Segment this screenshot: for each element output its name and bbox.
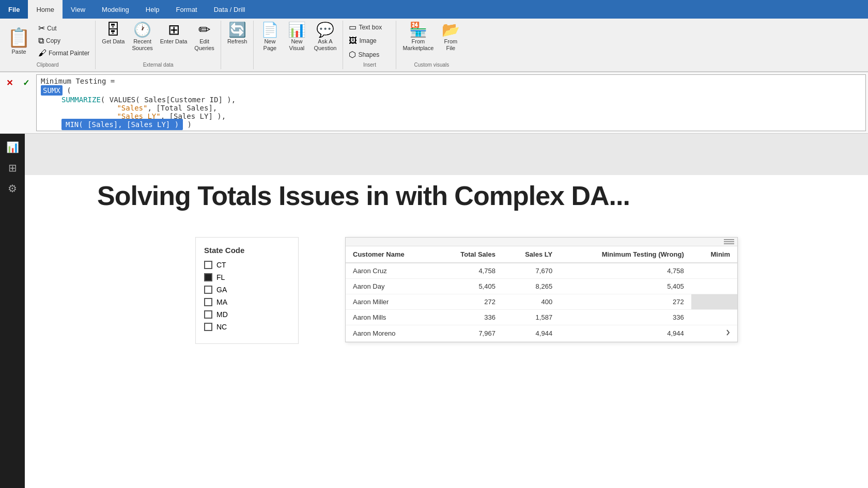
cell-min-wrong: 4,758 [560,263,691,279]
data-table-wrapper: Customer Name Total Sales Sales LY Minim… [345,237,738,342]
shapes-button[interactable]: ⬡ Shapes [346,48,393,61]
cell-total-sales: 336 [436,310,503,325]
ribbon: File Home View Modeling Help Format Data… [0,0,868,72]
text-box-icon: ▭ [349,22,357,32]
table-handle-icon [724,239,734,244]
filter-item-md[interactable]: MD [204,310,290,319]
sidebar-icon-data[interactable]: ⊞ [3,159,22,177]
checkbox-fl[interactable] [204,273,212,281]
cell-name: Aaron Day [346,279,436,294]
from-marketplace-icon: 🏪 [409,23,427,37]
ask-question-button[interactable]: 💬 Ask AQuestion [311,21,339,54]
cell-min-wrong: 5,405 [560,279,691,294]
filter-label-ma: MA [216,298,227,306]
tab-data-drill[interactable]: Data / Drill [206,0,254,19]
insert-row-1: ▭ Text box [346,21,393,34]
table-row: Aaron Moreno 7,967 4,944 4,944 [346,325,737,342]
checkbox-nc[interactable] [204,323,212,331]
refresh-button[interactable]: 🔄 Refresh [224,21,251,47]
min-formula-wrapper: MIN( [Sales], [Sales LY] ) [61,120,188,129]
edit-queries-button[interactable]: ✏ EditQueries [191,21,218,54]
cell-name: Aaron Miller [346,294,436,310]
formula-bar: ✕ ✓ Minimum Testing = SUMX ( SUMMARIZE( … [0,72,868,134]
copy-button[interactable]: ⧉ Copy [36,35,92,47]
image-icon: 🖼 [349,36,357,45]
format-painter-button[interactable]: 🖌 Format Painter [36,47,92,59]
ribbon-group-custom-visuals: 🏪 FromMarketplace 📂 FromFile Custom visu… [396,21,467,69]
filter-item-ct[interactable]: CT [204,261,290,269]
filter-item-fl[interactable]: FL [204,273,290,281]
tab-home[interactable]: Home [28,0,63,19]
cell-name: Aaron Cruz [346,263,436,279]
shapes-icon: ⬡ [349,50,356,59]
formula-content[interactable]: Minimum Testing = SUMX ( SUMMARIZE( VALU… [36,74,866,131]
refresh-items: 🔄 Refresh [224,21,251,61]
tab-format[interactable]: Format [168,0,206,19]
checkbox-ma[interactable] [204,298,212,306]
data-table: Customer Name Total Sales Sales LY Minim… [346,246,737,342]
col-min: Minim [691,246,737,263]
paste-button[interactable]: 📋 Paste [3,21,35,60]
sidebar-icon-relationships[interactable]: ⚙ [3,179,22,198]
filter-item-ga[interactable]: GA [204,286,290,294]
cell-min [691,325,737,342]
ribbon-group-external-data: 🗄 Get Data 🕐 RecentSources ⊞ Enter Data … [96,21,221,69]
small-btns: ✂ Cut ⧉ Copy 🖌 Format Painter [36,21,92,60]
cancel-button[interactable]: ✕ [2,75,17,90]
enter-data-button[interactable]: ⊞ Enter Data [157,21,191,47]
format-painter-label: Format Painter [49,50,89,57]
ribbon-group-refresh: 🔄 Refresh [221,21,254,69]
edit-queries-label: EditQueries [194,38,214,52]
filter-pane: State Code CT FL GA MA MD [195,237,299,344]
tab-view[interactable]: View [63,0,94,19]
main-canvas: Solving Totals Issues in with Complex DA… [25,134,868,488]
image-button[interactable]: 🖼 Image [346,35,393,47]
filter-item-nc[interactable]: NC [204,323,290,331]
copy-icon: ⧉ [38,36,44,45]
cell-min-wrong: 272 [560,294,691,310]
get-data-icon: 🗄 [106,23,120,37]
col-total-sales: Total Sales [436,246,503,263]
sidebar-icon-report[interactable]: 📊 [3,138,22,156]
cut-label: Cut [47,25,57,32]
summarize-kw: SUMMARIZE [61,96,101,104]
formula-open-paren: ( [67,86,71,95]
cell-sales-ly: 7,670 [503,263,560,279]
formula-actions: ✕ ✓ [2,74,33,90]
cell-min-gray [691,294,737,310]
checkbox-ga[interactable] [204,286,212,294]
get-data-button[interactable]: 🗄 Get Data [99,21,128,47]
expand-icon [723,329,730,336]
ribbon-body: 📋 Paste ✂ Cut ⧉ Copy 🖌 [0,19,868,71]
new-visual-button[interactable]: 📊 NewVisual [284,21,309,54]
checkbox-md[interactable] [204,310,212,319]
sales-str: "Sales" [82,104,147,112]
cut-icon: ✂ [38,23,45,33]
filter-label-md: MD [216,310,228,319]
refresh-icon: 🔄 [228,23,246,37]
paste-icon: 📋 [7,27,30,49]
checkbox-ct[interactable] [204,261,212,269]
confirm-button[interactable]: ✓ [19,75,33,90]
new-page-button[interactable]: 📄 NewPage [257,21,283,54]
filter-item-ma[interactable]: MA [204,298,290,306]
table-header-row: Customer Name Total Sales Sales LY Minim… [346,246,737,263]
menu-bar: File Home View Modeling Help Format Data… [0,0,868,19]
recent-sources-icon: 🕐 [133,23,151,37]
insert-group-label: Insert [346,61,393,69]
text-box-button[interactable]: ▭ Text box [346,21,393,34]
total-sales: , [Total Sales], [147,104,217,112]
recent-sources-button[interactable]: 🕐 RecentSources [129,21,156,54]
enter-data-icon: ⊞ [168,23,180,37]
from-file-button[interactable]: 📂 FromFile [438,21,463,54]
left-sidebar: 📊 ⊞ ⚙ [0,134,25,488]
ribbon-group-new-visual: 📄 NewPage 📊 NewVisual 💬 Ask AQuestion [254,21,343,69]
tab-file[interactable]: File [0,0,28,19]
insert-row-3: ⬡ Shapes [346,48,393,61]
from-marketplace-button[interactable]: 🏪 FromMarketplace [399,21,437,54]
cut-button[interactable]: ✂ Cut [36,22,92,35]
tab-help[interactable]: Help [137,0,168,19]
filter-label-ga: GA [216,286,227,294]
tab-modeling[interactable]: Modeling [94,0,137,19]
clipboard-col: 📋 Paste ✂ Cut ⧉ Copy 🖌 [3,21,92,60]
